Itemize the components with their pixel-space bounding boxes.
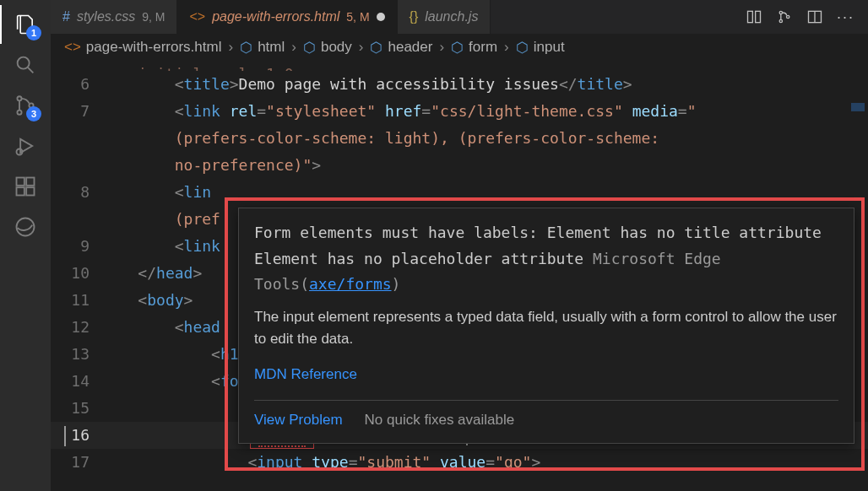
tab-styles-css[interactable]: # styles.css 9, M: [51, 0, 177, 34]
breadcrumb-html[interactable]: ⬡html: [240, 39, 285, 57]
code-line[interactable]: no-preference)">: [51, 152, 868, 179]
mdn-reference-link[interactable]: MDN Reference: [254, 364, 357, 386]
code-icon: <>: [64, 39, 81, 56]
svg-rect-12: [747, 11, 752, 22]
chevron-right-icon: ›: [439, 39, 444, 56]
hover-description: The input element represents a typed dat…: [254, 306, 838, 351]
cube-icon: ⬡: [240, 39, 252, 57]
breadcrumb-header[interactable]: ⬡header: [370, 39, 432, 57]
breadcrumbs: <>page-with-errors.html › ⬡html › ⬡body …: [51, 34, 868, 61]
svg-rect-7: [17, 178, 24, 186]
svg-rect-9: [26, 187, 34, 195]
cube-icon: ⬡: [303, 39, 316, 57]
chevron-right-icon: ›: [504, 39, 509, 56]
code-line[interactable]: (prefers-color-scheme: light), (prefers-…: [51, 125, 868, 152]
svg-rect-13: [756, 11, 761, 22]
tab-page-with-errors[interactable]: <> page-with-errors.html 5, M: [177, 0, 397, 34]
extensions-icon[interactable]: [13, 174, 38, 199]
code-line[interactable]: 8 <lin: [51, 179, 868, 206]
breadcrumb-file[interactable]: <>page-with-errors.html: [64, 39, 221, 56]
explorer-icon[interactable]: 1: [13, 12, 38, 37]
explorer-badge: 1: [26, 25, 41, 40]
edge-tools-icon[interactable]: [13, 214, 38, 240]
rule-link[interactable]: axe/forms: [309, 275, 392, 293]
chevron-right-icon: ›: [291, 39, 296, 56]
hash-icon: #: [62, 9, 70, 24]
svg-point-3: [17, 111, 21, 115]
breadcrumb-input[interactable]: ⬡input: [516, 39, 565, 57]
svg-point-15: [779, 19, 782, 22]
braces-icon: {}: [410, 9, 419, 24]
modified-dot-icon: [377, 13, 385, 21]
cube-icon: ⬡: [451, 39, 464, 57]
svg-point-0: [18, 57, 30, 69]
chevron-right-icon: ›: [228, 39, 233, 56]
breadcrumb-body[interactable]: ⬡body: [303, 39, 352, 57]
source-control-icon[interactable]: 3: [13, 93, 38, 118]
svg-rect-8: [17, 187, 24, 195]
tab-launch-js[interactable]: {} launch.js: [398, 0, 491, 34]
hover-tooltip: Form elements must have labels: Element …: [238, 208, 854, 444]
editor-tabs: # styles.css 9, M <> page-with-errors.ht…: [51, 0, 868, 34]
svg-point-14: [779, 11, 782, 13]
scm-badge: 3: [26, 106, 41, 121]
run-debug-icon[interactable]: [13, 133, 38, 159]
compare-changes-icon[interactable]: [746, 8, 762, 25]
more-actions-icon[interactable]: ···: [837, 8, 854, 26]
split-editor-icon[interactable]: [806, 8, 823, 25]
cube-icon: ⬡: [516, 39, 529, 57]
code-line[interactable]: 7 <link rel="stylesheet" href="css/light…: [51, 98, 868, 125]
svg-point-2: [17, 96, 21, 100]
chevron-right-icon: ›: [359, 39, 364, 56]
code-line[interactable]: 17 <input type="submit" value="go">: [51, 449, 868, 476]
no-quick-fix-label: No quick fixes available: [365, 409, 515, 431]
open-changes-icon[interactable]: [776, 8, 793, 25]
svg-line-1: [28, 67, 33, 73]
search-icon[interactable]: [13, 52, 38, 78]
view-problem-link[interactable]: View Problem: [254, 409, 343, 431]
hover-error-message: Form elements must have labels: Element …: [254, 220, 838, 298]
code-line[interactable]: 6 <title>Demo page with accessibility is…: [51, 71, 868, 98]
svg-rect-10: [26, 178, 34, 186]
code-icon: <>: [189, 9, 205, 24]
activity-bar: 1 3: [0, 0, 51, 491]
breadcrumb-form[interactable]: ⬡form: [451, 39, 497, 57]
cube-icon: ⬡: [370, 39, 382, 57]
svg-point-16: [786, 15, 789, 18]
tab-actions: ···: [732, 0, 868, 34]
